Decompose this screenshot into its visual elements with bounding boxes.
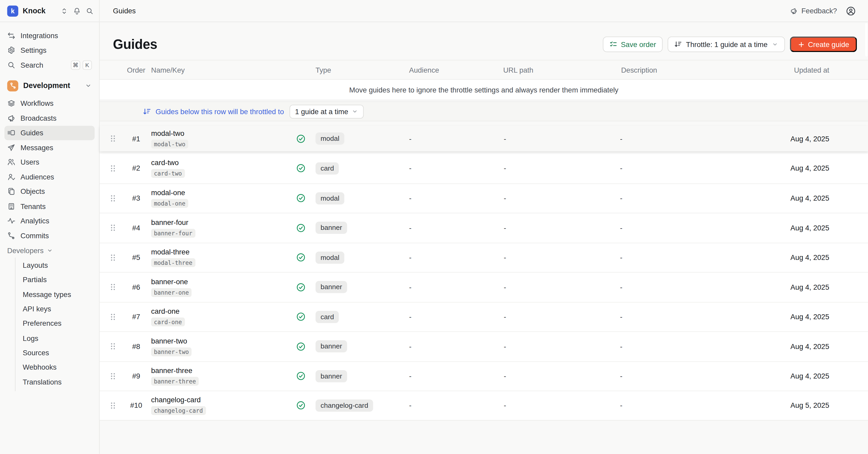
table-row[interactable]: #8 banner-twobanner-two banner - - - Aug…	[100, 331, 868, 361]
notifications-bell-icon[interactable]	[73, 7, 81, 15]
column-header-url-path[interactable]: URL path	[501, 65, 617, 74]
sidebar-item-workflows[interactable]: Workflows	[4, 96, 95, 111]
feedback-button[interactable]: Feedback?	[790, 6, 837, 15]
sidebar-item-tenants[interactable]: Tenants	[4, 199, 95, 214]
table-row[interactable]: #10 changelog-cardchangelog-card changel…	[100, 391, 868, 420]
row-url-path: -	[501, 164, 617, 172]
drag-handle-icon[interactable]	[100, 135, 123, 142]
workspace-name[interactable]: Knock	[23, 6, 60, 15]
drag-handle-icon[interactable]	[100, 164, 123, 172]
row-audience: -	[406, 401, 501, 409]
drag-handle-icon[interactable]	[100, 372, 123, 380]
workspace-logo[interactable]: k	[7, 5, 18, 16]
sidebar-item-guides[interactable]: Guides	[4, 125, 95, 140]
sidebar-item-objects[interactable]: Objects	[4, 184, 95, 199]
avatar[interactable]	[846, 6, 856, 16]
breadcrumb[interactable]: Guides	[113, 6, 136, 15]
unthrottled-drop-zone[interactable]: Move guides here to ignore the throttle …	[100, 80, 868, 100]
layers-icon	[7, 99, 21, 108]
guide-name[interactable]: banner-two	[151, 337, 296, 345]
column-header-order[interactable]: Order	[123, 65, 150, 74]
guide-name[interactable]: banner-one	[151, 277, 296, 286]
column-header-type[interactable]: Type	[315, 65, 406, 74]
sidebar-item-api-keys[interactable]: API keys	[16, 302, 99, 316]
guide-name[interactable]: banner-four	[151, 218, 296, 226]
table-row[interactable]: #4 banner-fourbanner-four banner - - - A…	[100, 213, 868, 243]
status-active-icon	[296, 282, 306, 292]
sidebar-item-integrations[interactable]: Integrations	[4, 28, 95, 43]
drag-handle-icon[interactable]	[100, 283, 123, 291]
guide-key-badge: changelog-card	[151, 406, 206, 415]
column-header-name-key[interactable]: Name/Key	[150, 65, 296, 74]
drag-handle-icon[interactable]	[100, 342, 123, 350]
sidebar-item-messages[interactable]: Messages	[4, 140, 95, 155]
drag-handle-icon[interactable]	[100, 401, 123, 409]
save-order-button[interactable]: Save order	[602, 36, 662, 52]
status-active-icon	[296, 223, 306, 232]
guide-name[interactable]: card-two	[151, 159, 296, 167]
table-row[interactable]: #1 modal-twomodal-two modal - - - Aug 4,…	[100, 126, 868, 151]
guide-key-badge: card-one	[151, 318, 185, 327]
column-header-updated-at[interactable]: Updated at	[757, 65, 829, 74]
sidebar-item-users[interactable]: Users	[4, 155, 95, 170]
row-description: -	[617, 164, 757, 172]
sidebar-item-layouts[interactable]: Layouts	[16, 258, 99, 273]
table-row[interactable]: #7 card-onecard-one card - - - Aug 4, 20…	[100, 302, 868, 331]
row-description: -	[617, 224, 757, 232]
table-row[interactable]: #6 banner-onebanner-one banner - - - Aug…	[100, 272, 868, 302]
sidebar-item-logs[interactable]: Logs	[16, 331, 99, 345]
search-icon[interactable]	[86, 7, 94, 15]
chevron-down-icon	[46, 247, 53, 254]
sidebar-item-commits[interactable]: Commits	[4, 228, 95, 243]
drag-handle-icon[interactable]	[100, 254, 123, 261]
page-header: Guides Save order Throttle: 1 guide at a…	[100, 22, 868, 60]
sidebar-item-search[interactable]: Search ⌘ K	[4, 58, 95, 73]
sidebar-main-nav: Workflows Broadcasts Guides Messages Use…	[0, 95, 99, 243]
row-order: #5	[123, 253, 150, 262]
guide-type-badge: banner	[315, 340, 347, 353]
drag-handle-icon[interactable]	[100, 194, 123, 202]
guide-name[interactable]: modal-three	[151, 248, 296, 256]
guide-name[interactable]: modal-two	[151, 129, 296, 137]
sidebar-item-message-types[interactable]: Message types	[16, 287, 99, 302]
feedback-label: Feedback?	[802, 6, 837, 15]
guide-name[interactable]: banner-three	[151, 367, 296, 375]
column-header-audience[interactable]: Audience	[406, 65, 501, 74]
sidebar-item-broadcasts[interactable]: Broadcasts	[4, 111, 95, 125]
plus-icon	[798, 41, 805, 48]
throttle-dropdown-button[interactable]: Throttle: 1 guide at a time	[668, 36, 784, 52]
row-url-path: -	[501, 224, 617, 232]
row-order: #4	[123, 224, 150, 232]
table-row[interactable]: #3 modal-onemodal-one modal - - - Aug 4,…	[100, 183, 868, 212]
table-row[interactable]: #9 banner-threebanner-three banner - - -…	[100, 361, 868, 391]
sidebar-item-partials[interactable]: Partials	[16, 273, 99, 287]
sidebar-item-audiences[interactable]: Audiences	[4, 170, 95, 184]
drag-handle-icon[interactable]	[100, 313, 123, 321]
guide-name[interactable]: modal-one	[151, 189, 296, 197]
sidebar-item-translations[interactable]: Translations	[16, 375, 99, 389]
row-description: -	[617, 194, 757, 202]
column-header-description[interactable]: Description	[617, 65, 757, 74]
drag-handle-icon[interactable]	[100, 224, 123, 232]
throttle-value-dropdown[interactable]: 1 guide at a time	[289, 105, 364, 118]
table-row[interactable]: #2 card-twocard-two card - - - Aug 4, 20…	[100, 153, 868, 183]
environment-switcher[interactable]: Development	[4, 77, 95, 94]
row-updated-at: Aug 4, 2025	[757, 283, 829, 291]
page-title: Guides	[113, 36, 602, 52]
sidebar-item-analytics[interactable]: Analytics	[4, 214, 95, 228]
create-guide-button[interactable]: Create guide	[790, 36, 857, 52]
k-key-badge: K	[83, 60, 92, 70]
sidebar-item-settings[interactable]: Settings	[4, 43, 95, 57]
sidebar-item-webhooks[interactable]: Webhooks	[16, 360, 99, 375]
guide-name[interactable]: card-one	[151, 307, 296, 316]
table-row[interactable]: #5 modal-threemodal-three modal - - - Au…	[100, 243, 868, 272]
guide-name[interactable]: changelog-card	[151, 396, 296, 404]
guide-type-badge: banner	[315, 370, 347, 382]
sidebar-item-sources[interactable]: Sources	[16, 345, 99, 360]
sidebar-item-preferences[interactable]: Preferences	[16, 316, 99, 331]
scrollbar-thumb[interactable]	[865, 23, 867, 56]
guide-key-badge: modal-two	[151, 139, 188, 148]
environment-label: Development	[23, 82, 85, 90]
workspace-switcher-icon[interactable]	[60, 7, 68, 15]
developers-section-toggle[interactable]: Developers	[0, 244, 99, 257]
